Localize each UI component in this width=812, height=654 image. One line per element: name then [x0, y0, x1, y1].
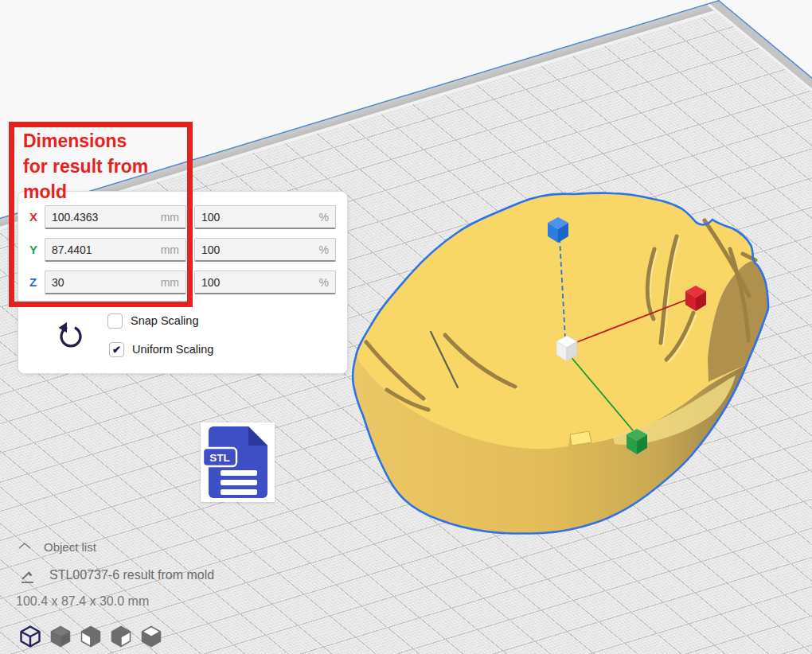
scale-z-mm-unit: mm — [161, 276, 179, 289]
view-right-button[interactable] — [111, 625, 131, 648]
scale-z-percent-input[interactable]: 100 % — [194, 271, 336, 294]
object-list-header[interactable]: Object list — [44, 540, 96, 554]
scale-y-mm-input[interactable]: 87.4401 mm — [45, 238, 186, 262]
scale-z-percent-unit: % — [319, 276, 329, 289]
stl-document-fold — [248, 426, 267, 446]
model-3d-object[interactable] — [342, 181, 788, 555]
scale-x-percent-unit: % — [319, 211, 329, 224]
scale-z-percent-value: 100 — [201, 276, 220, 289]
scale-x-percent-value: 100 — [201, 211, 220, 224]
scale-y-mm-value: 87.4401 — [52, 243, 92, 256]
annotation-line-2: for result from — [23, 154, 148, 179]
scale-y-percent-input[interactable]: 100 % — [194, 238, 336, 262]
view-3d-button[interactable] — [20, 625, 41, 648]
scale-tool-panel: X 100.4363 mm 100 % Y 87.4401 mm 100 % Z — [18, 191, 348, 374]
scale-z-mm-input[interactable]: 30 mm — [45, 271, 186, 294]
axis-label-x: X — [29, 210, 37, 224]
uniform-scaling-checkbox[interactable]: ✔ — [109, 342, 124, 357]
scale-z-mm-value: 30 — [52, 276, 64, 289]
scale-x-percent-input[interactable]: 100 % — [194, 205, 336, 229]
reset-scale-button[interactable] — [57, 319, 85, 351]
camera-view-toolbar — [20, 625, 162, 648]
uniform-scaling-label: Uniform Scaling — [132, 343, 213, 356]
annotation-line-1: Dimensions — [23, 128, 148, 154]
uniform-scaling-check-glyph: ✔ — [112, 345, 121, 355]
object-list-collapse-chevron-icon[interactable] — [18, 542, 32, 550]
stl-badge-label: STL — [209, 452, 230, 464]
object-dimensions-readout: 100.4 x 87.4 x 30.0 mm — [16, 594, 149, 609]
scale-x-mm-input[interactable]: 100.4363 mm — [45, 205, 186, 229]
scale-x-mm-value: 100.4363 — [52, 211, 98, 224]
view-left-button[interactable] — [80, 625, 101, 648]
view-front-button[interactable] — [50, 625, 71, 648]
axis-label-y: Y — [29, 243, 37, 256]
scale-y-percent-unit: % — [319, 243, 329, 256]
snap-scaling-checkbox[interactable] — [107, 313, 123, 329]
object-list-item-name[interactable]: STL00737-6 result from mold — [49, 568, 214, 582]
axis-label-z: Z — [29, 275, 37, 289]
view-top-button[interactable] — [141, 625, 162, 648]
snap-scaling-label: Snap Scaling — [131, 314, 198, 327]
edit-pencil-icon — [19, 568, 37, 586]
scale-y-percent-value: 100 — [201, 243, 220, 256]
scale-y-mm-unit: mm — [161, 243, 179, 256]
scale-x-mm-unit: mm — [161, 211, 179, 224]
cura-3d-viewport[interactable]: STL X 100.4363 mm 100 % Y 87.4401 mm — [0, 0, 812, 654]
stl-file-icon: STL — [201, 422, 275, 502]
